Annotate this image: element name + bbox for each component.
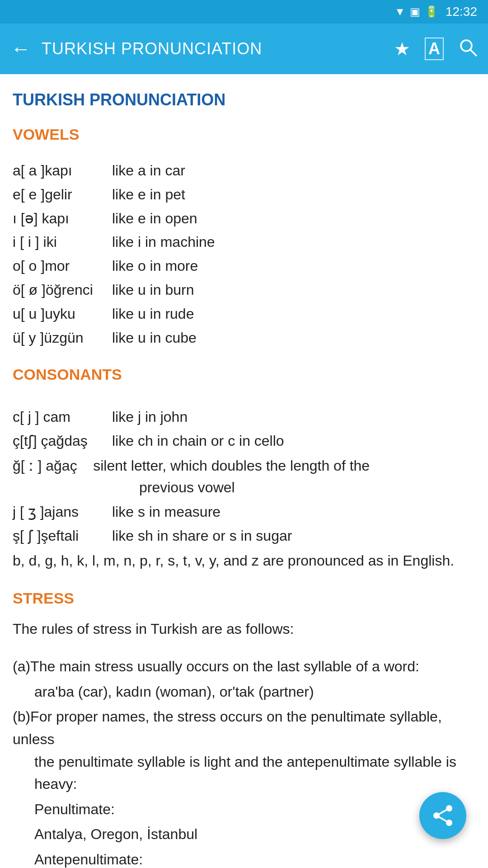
translate-icon[interactable]: A — [425, 38, 444, 60]
wifi-icon: ▼ — [394, 5, 405, 18]
list-item: ö[ ø ]öğrenci like u in burn — [13, 280, 475, 300]
status-time: 12:32 — [446, 5, 477, 19]
stress-rule-b-cont: the penultimate syllable is light and th… — [13, 754, 456, 770]
app-bar: ← TURKISH PRONUNCIATION ★ A — [0, 24, 488, 74]
entry-desc: like e in pet — [112, 184, 185, 205]
stress-antepenultimate-label: Antepenultimate: — [13, 849, 475, 868]
entry-char: ı [ə] kapı — [13, 208, 112, 229]
bookmark-icon[interactable]: ★ — [394, 38, 410, 59]
page-title: TURKISH PRONUNCIATION — [13, 90, 475, 109]
vowels-heading: VOWELS — [13, 126, 475, 143]
list-item: c[ j ] cam like j in john — [13, 407, 475, 427]
back-button[interactable]: ← — [11, 38, 31, 60]
signal-icon: ▣ — [410, 5, 420, 18]
main-content: TURKISH PRONUNCIATION VOWELS a[ a ]kapı … — [0, 74, 488, 868]
stress-rule-b-cont2: heavy: — [13, 776, 77, 792]
back-icon: ← — [11, 38, 31, 60]
stress-intro: The rules of stress in Turkish are as fo… — [13, 618, 475, 641]
list-item: j [ ʒ ]ajans like s in measure — [13, 502, 475, 522]
stress-rule-b: (b)For proper names, the stress occurs o… — [13, 706, 475, 795]
share-fab[interactable] — [419, 792, 466, 839]
entry-desc-cont: previous vowel — [13, 479, 235, 495]
entry-char: e[ e ]gelir — [13, 184, 112, 205]
list-item: o[ o ]mor like o in more — [13, 256, 475, 276]
list-item: b, d, g, h, k, l, m, n, p, r, s, t, v, y… — [13, 550, 475, 571]
entry-desc: like sh in share or s in sugar — [112, 526, 292, 546]
entry-desc: like a in car — [112, 160, 185, 181]
entry-desc: like i in machine — [112, 232, 215, 252]
entry-char: u[ u ]uyku — [13, 304, 112, 324]
entry-desc: like ch in chain or c in cello — [112, 431, 284, 451]
list-item: e[ e ]gelir like e in pet — [13, 184, 475, 205]
entry-char: ö[ ø ]öğrenci — [13, 280, 112, 300]
stress-penultimate-label: Penultimate: — [13, 798, 475, 821]
list-item: ş[ ʃ ]şeftali like sh in share or s in s… — [13, 526, 475, 546]
entry-desc: like o in more — [112, 256, 198, 276]
entry-char: ç[tʃ] çağdaş — [13, 431, 112, 451]
entry-desc: silent letter, which doubles the length … — [93, 458, 370, 474]
entry-char: ş[ ʃ ]şeftali — [13, 526, 112, 546]
vowels-section: VOWELS a[ a ]kapı like a in car e[ e ]ge… — [13, 126, 475, 348]
list-item: u[ u ]uyku like u in rude — [13, 304, 475, 324]
entry-desc: like u in burn — [112, 280, 194, 300]
list-item: ç[tʃ] çağdaş like ch in chain or c in ce… — [13, 431, 475, 451]
entry-char: a[ a ]kapı — [13, 160, 112, 181]
app-bar-title: TURKISH PRONUNCIATION — [42, 39, 383, 58]
entry-char: c[ j ] cam — [13, 407, 112, 427]
entry-char: o[ o ]mor — [13, 256, 112, 276]
entry-desc: like j in john — [112, 407, 188, 427]
entry-char: j [ ʒ ]ajans — [13, 502, 112, 522]
entry-char: i [ i ] iki — [13, 232, 112, 252]
stress-rule-a: (a)The main stress usually occurs on the… — [13, 656, 475, 678]
entry-char: ğ[ ː ] ağaç — [13, 458, 93, 474]
stress-heading: STRESS — [13, 590, 475, 607]
entry-desc: like e in open — [112, 208, 197, 229]
stress-penultimate-examples: Antalya, Oregon, İstanbul — [13, 823, 475, 846]
entry-char: ü[ y ]üzgün — [13, 328, 112, 348]
share-icon — [431, 804, 455, 827]
list-item: ı [ə] kapı like e in open — [13, 208, 475, 229]
entry-desc: like u in rude — [112, 304, 194, 324]
list-item: a[ a ]kapı like a in car — [13, 160, 475, 181]
list-item: ğ[ ː ] ağaç silent letter, which doubles… — [13, 455, 475, 498]
stress-example-a: ara'ba (car), kadın (woman), or'tak (par… — [13, 681, 475, 703]
battery-icon: 🔋 — [425, 5, 438, 18]
svg-line-1 — [470, 50, 476, 56]
entry-desc: like s in measure — [112, 502, 221, 522]
app-bar-actions: ★ A — [394, 38, 477, 61]
status-bar: ▼ ▣ 🔋 12:32 — [0, 0, 488, 24]
consonants-section: CONSONANTS c[ j ] cam like j in john ç[t… — [13, 366, 475, 571]
search-icon[interactable] — [458, 38, 477, 61]
svg-line-6 — [436, 816, 449, 823]
svg-line-5 — [436, 808, 449, 816]
list-item: i [ i ] iki like i in machine — [13, 232, 475, 252]
entry-desc: like u in cube — [112, 328, 197, 348]
stress-section: STRESS The rules of stress in Turkish ar… — [13, 590, 475, 868]
list-item: ü[ y ]üzgün like u in cube — [13, 328, 475, 348]
consonants-heading: CONSONANTS — [13, 366, 475, 383]
status-icons: ▼ ▣ 🔋 — [394, 5, 438, 18]
